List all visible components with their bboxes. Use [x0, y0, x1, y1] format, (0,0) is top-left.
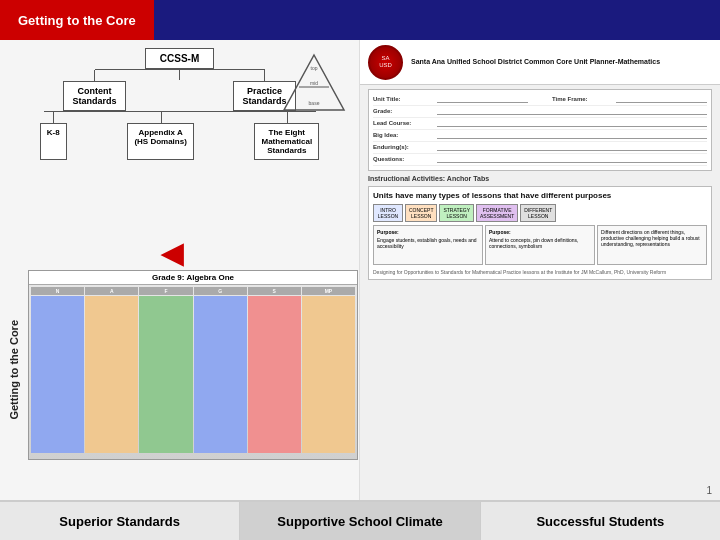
top-navigation: Getting to the Core: [0, 0, 720, 40]
chart-col-1: N: [31, 287, 84, 453]
purpose-different-box: Different directions on different things…: [597, 225, 707, 265]
vertical-label-area: Getting to the Core: [0, 270, 28, 470]
main-content: CCSS-M ContentStandards PracticeStandard…: [0, 40, 720, 500]
svg-text:base: base: [309, 100, 320, 106]
triangle-graphic: base mid top: [279, 50, 349, 120]
left-panel: CCSS-M ContentStandards PracticeStandard…: [0, 40, 360, 500]
algebra-chart: Grade 9: Algebra One N A F G: [28, 270, 358, 460]
instructional-activities-label: Instructional Activities: Anchor Tabs: [368, 175, 712, 182]
content-standards-box: ContentStandards: [63, 81, 125, 111]
triangle-svg: base mid top: [279, 50, 349, 120]
questions-row: Questions:: [373, 154, 707, 166]
nav-getting-to-core[interactable]: Getting to the Core: [0, 0, 154, 40]
chart-columns: N A F G S: [29, 285, 357, 455]
unit-planner-doc: Unit Title: Time Frame: Grade: Lead Cour…: [368, 89, 712, 171]
citation-text: Designing for Opportunities to Standards…: [373, 269, 707, 275]
endurings-row: Enduring(s):: [373, 142, 707, 154]
lesson-intro: INTROLESSON: [373, 204, 403, 222]
bottom-supportive-climate[interactable]: Supportive School Climate: [240, 502, 480, 540]
svg-text:mid: mid: [310, 80, 318, 86]
right-panel: SAUSD Santa Ana Unified School District …: [360, 40, 720, 500]
eight-standards-box: The EightMathematicalStandards: [254, 123, 319, 160]
grade-row: Grade:: [373, 106, 707, 118]
chart-col-6: MP: [302, 287, 355, 453]
tree-level2: K-8 Appendix A(HS Domains) The EightMath…: [10, 123, 350, 160]
lead-course-row: Lead Course:: [373, 118, 707, 130]
lesson-formative: FORMATIVEASSESSMENT: [476, 204, 518, 222]
bottom-bar: Superior Standards Supportive School Cli…: [0, 500, 720, 540]
chart-col-3: F: [139, 287, 192, 453]
appendix-box: Appendix A(HS Domains): [127, 123, 193, 160]
lessons-title: Units have many types of lessons that ha…: [373, 191, 707, 200]
lessons-section: Units have many types of lessons that ha…: [368, 186, 712, 280]
page-number: 1: [706, 485, 712, 496]
chart-col-4: G: [194, 287, 247, 453]
vertical-label: Getting to the Core: [8, 320, 20, 420]
chart-col-5: S: [248, 287, 301, 453]
school-info: Santa Ana Unified School District Common…: [411, 57, 712, 66]
school-name: Santa Ana Unified School District Common…: [411, 57, 712, 66]
lesson-different: DIFFERENTLESSON: [520, 204, 556, 222]
lesson-types-row: INTROLESSON CONCEPTLESSON STRATEGYLESSON…: [373, 204, 707, 222]
k8-box: K-8: [40, 123, 67, 160]
school-header: SAUSD Santa Ana Unified School District …: [360, 40, 720, 85]
big-idea-row: Big Idea:: [373, 130, 707, 142]
chart-col-2: A: [85, 287, 138, 453]
purpose-row: Purpose: Engage students, establish goal…: [373, 225, 707, 265]
purpose-intro-box: Purpose: Engage students, establish goal…: [373, 225, 483, 265]
bottom-superior-standards[interactable]: Superior Standards: [0, 502, 240, 540]
chart-title: Grade 9: Algebra One: [29, 271, 357, 285]
school-logo: SAUSD: [368, 45, 403, 80]
unit-title-row: Unit Title: Time Frame:: [373, 94, 707, 106]
red-arrow-icon: ▼: [155, 235, 195, 275]
lesson-strategy: STRATEGYLESSON: [439, 204, 474, 222]
ccssm-root-box: CCSS-M: [145, 48, 214, 69]
purpose-concept-box: Purpose: Attend to concepts, pin down de…: [485, 225, 595, 265]
lesson-concept: CONCEPTLESSON: [405, 204, 437, 222]
bottom-successful-students[interactable]: Successful Students: [481, 502, 720, 540]
svg-text:top: top: [311, 65, 318, 71]
